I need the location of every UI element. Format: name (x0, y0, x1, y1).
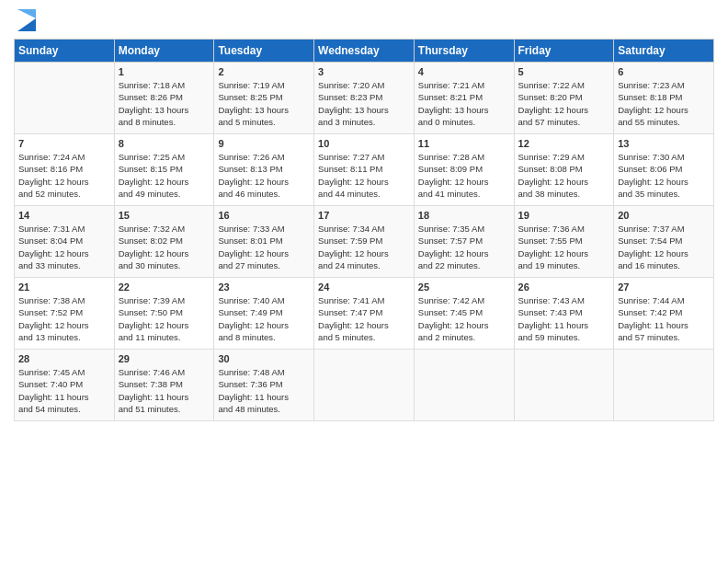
day-number: 28 (18, 353, 110, 364)
calendar-week-row: 28Sunrise: 7:45 AM Sunset: 7:40 PM Dayli… (15, 350, 714, 421)
day-info: Sunrise: 7:36 AM Sunset: 7:55 PM Dayligh… (518, 223, 610, 271)
day-info: Sunrise: 7:28 AM Sunset: 8:09 PM Dayligh… (418, 151, 510, 200)
day-info: Sunrise: 7:35 AM Sunset: 7:57 PM Dayligh… (418, 223, 510, 271)
calendar-cell: 20Sunrise: 7:37 AM Sunset: 7:54 PM Dayli… (614, 206, 714, 278)
day-info: Sunrise: 7:44 AM Sunset: 7:42 PM Dayligh… (618, 294, 710, 343)
header-row: SundayMondayTuesdayWednesdayThursdayFrid… (15, 40, 714, 63)
day-number: 29 (119, 353, 210, 364)
day-number: 26 (518, 282, 610, 293)
day-number: 27 (618, 282, 710, 293)
calendar-cell: 22Sunrise: 7:39 AM Sunset: 7:50 PM Dayli… (114, 278, 214, 350)
day-number: 16 (218, 210, 310, 221)
header (14, 9, 714, 31)
calendar-cell (614, 350, 714, 421)
day-number: 10 (318, 138, 410, 149)
header-cell: Monday (114, 40, 214, 63)
header-cell: Saturday (614, 40, 714, 63)
calendar-cell: 28Sunrise: 7:45 AM Sunset: 7:40 PM Dayli… (15, 350, 115, 421)
day-number: 13 (618, 138, 710, 149)
calendar-cell: 11Sunrise: 7:28 AM Sunset: 8:09 PM Dayli… (414, 134, 514, 206)
day-info: Sunrise: 7:39 AM Sunset: 7:50 PM Dayligh… (119, 294, 210, 343)
day-number: 23 (218, 282, 310, 293)
calendar-cell (314, 350, 415, 421)
calendar-cell (414, 350, 514, 421)
calendar-cell: 19Sunrise: 7:36 AM Sunset: 7:55 PM Dayli… (514, 206, 614, 278)
day-number: 21 (18, 282, 110, 293)
day-info: Sunrise: 7:26 AM Sunset: 8:13 PM Dayligh… (218, 151, 310, 200)
day-info: Sunrise: 7:30 AM Sunset: 8:06 PM Dayligh… (618, 151, 710, 200)
calendar-cell: 3Sunrise: 7:20 AM Sunset: 8:23 PM Daylig… (314, 63, 415, 134)
day-info: Sunrise: 7:41 AM Sunset: 7:47 PM Dayligh… (318, 294, 410, 343)
calendar-cell: 21Sunrise: 7:38 AM Sunset: 7:52 PM Dayli… (15, 278, 115, 350)
calendar-table: SundayMondayTuesdayWednesdayThursdayFrid… (14, 39, 714, 421)
header-cell: Thursday (414, 40, 514, 63)
day-info: Sunrise: 7:29 AM Sunset: 8:08 PM Dayligh… (518, 151, 610, 200)
calendar-cell: 1Sunrise: 7:18 AM Sunset: 8:26 PM Daylig… (114, 63, 214, 134)
day-info: Sunrise: 7:31 AM Sunset: 8:04 PM Dayligh… (18, 223, 110, 271)
day-info: Sunrise: 7:48 AM Sunset: 7:36 PM Dayligh… (218, 366, 310, 415)
calendar-cell: 5Sunrise: 7:22 AM Sunset: 8:20 PM Daylig… (514, 63, 614, 134)
calendar-cell: 17Sunrise: 7:34 AM Sunset: 7:59 PM Dayli… (314, 206, 415, 278)
calendar-week-row: 14Sunrise: 7:31 AM Sunset: 8:04 PM Dayli… (15, 206, 714, 278)
header-cell: Wednesday (314, 40, 415, 63)
day-info: Sunrise: 7:37 AM Sunset: 7:54 PM Dayligh… (618, 223, 710, 271)
day-info: Sunrise: 7:43 AM Sunset: 7:43 PM Dayligh… (518, 294, 610, 343)
calendar-cell: 2Sunrise: 7:19 AM Sunset: 8:25 PM Daylig… (214, 63, 314, 134)
day-number: 25 (418, 282, 510, 293)
calendar-header: SundayMondayTuesdayWednesdayThursdayFrid… (15, 40, 714, 63)
calendar-cell: 10Sunrise: 7:27 AM Sunset: 8:11 PM Dayli… (314, 134, 415, 206)
calendar-cell: 18Sunrise: 7:35 AM Sunset: 7:57 PM Dayli… (414, 206, 514, 278)
day-number: 3 (318, 66, 410, 77)
calendar-cell: 7Sunrise: 7:24 AM Sunset: 8:16 PM Daylig… (15, 134, 115, 206)
calendar-week-row: 7Sunrise: 7:24 AM Sunset: 8:16 PM Daylig… (15, 134, 714, 206)
day-number: 4 (418, 66, 510, 77)
day-info: Sunrise: 7:45 AM Sunset: 7:40 PM Dayligh… (18, 366, 110, 415)
day-number: 8 (119, 138, 210, 149)
day-number: 9 (218, 138, 310, 149)
calendar-cell: 6Sunrise: 7:23 AM Sunset: 8:18 PM Daylig… (614, 63, 714, 134)
calendar-cell: 27Sunrise: 7:44 AM Sunset: 7:42 PM Dayli… (614, 278, 714, 350)
day-info: Sunrise: 7:46 AM Sunset: 7:38 PM Dayligh… (119, 366, 210, 415)
day-info: Sunrise: 7:21 AM Sunset: 8:21 PM Dayligh… (418, 79, 510, 128)
day-info: Sunrise: 7:40 AM Sunset: 7:49 PM Dayligh… (218, 294, 310, 343)
day-info: Sunrise: 7:18 AM Sunset: 8:26 PM Dayligh… (119, 79, 210, 128)
header-cell: Friday (514, 40, 614, 63)
calendar-cell: 30Sunrise: 7:48 AM Sunset: 7:36 PM Dayli… (214, 350, 314, 421)
calendar-cell: 4Sunrise: 7:21 AM Sunset: 8:21 PM Daylig… (414, 63, 514, 134)
day-info: Sunrise: 7:38 AM Sunset: 7:52 PM Dayligh… (18, 294, 110, 343)
calendar-cell: 23Sunrise: 7:40 AM Sunset: 7:49 PM Dayli… (214, 278, 314, 350)
day-number: 5 (518, 66, 610, 77)
day-number: 15 (119, 210, 210, 221)
day-info: Sunrise: 7:24 AM Sunset: 8:16 PM Dayligh… (18, 151, 110, 200)
calendar-cell: 29Sunrise: 7:46 AM Sunset: 7:38 PM Dayli… (114, 350, 214, 421)
calendar-cell: 12Sunrise: 7:29 AM Sunset: 8:08 PM Dayli… (514, 134, 614, 206)
day-info: Sunrise: 7:25 AM Sunset: 8:15 PM Dayligh… (119, 151, 210, 200)
calendar-body: 1Sunrise: 7:18 AM Sunset: 8:26 PM Daylig… (15, 63, 714, 421)
calendar-cell: 24Sunrise: 7:41 AM Sunset: 7:47 PM Dayli… (314, 278, 415, 350)
day-number: 30 (218, 353, 310, 364)
calendar-cell: 26Sunrise: 7:43 AM Sunset: 7:43 PM Dayli… (514, 278, 614, 350)
calendar-cell: 13Sunrise: 7:30 AM Sunset: 8:06 PM Dayli… (614, 134, 714, 206)
day-number: 19 (518, 210, 610, 221)
calendar-cell: 9Sunrise: 7:26 AM Sunset: 8:13 PM Daylig… (214, 134, 314, 206)
calendar-cell (514, 350, 614, 421)
calendar-cell: 16Sunrise: 7:33 AM Sunset: 8:01 PM Dayli… (214, 206, 314, 278)
day-number: 7 (18, 138, 110, 149)
day-number: 6 (618, 66, 710, 77)
day-number: 11 (418, 138, 510, 149)
day-number: 20 (618, 210, 710, 221)
page: SundayMondayTuesdayWednesdayThursdayFrid… (0, 0, 728, 563)
svg-marker-1 (17, 9, 36, 18)
day-info: Sunrise: 7:20 AM Sunset: 8:23 PM Dayligh… (318, 79, 410, 128)
day-info: Sunrise: 7:33 AM Sunset: 8:01 PM Dayligh… (218, 223, 310, 271)
calendar-cell: 14Sunrise: 7:31 AM Sunset: 8:04 PM Dayli… (15, 206, 115, 278)
day-info: Sunrise: 7:23 AM Sunset: 8:18 PM Dayligh… (618, 79, 710, 128)
day-number: 12 (518, 138, 610, 149)
header-cell: Tuesday (214, 40, 314, 63)
day-number: 2 (218, 66, 310, 77)
day-info: Sunrise: 7:42 AM Sunset: 7:45 PM Dayligh… (418, 294, 510, 343)
day-info: Sunrise: 7:19 AM Sunset: 8:25 PM Dayligh… (218, 79, 310, 128)
calendar-cell (15, 63, 115, 134)
logo (14, 9, 36, 31)
day-info: Sunrise: 7:34 AM Sunset: 7:59 PM Dayligh… (318, 223, 410, 271)
